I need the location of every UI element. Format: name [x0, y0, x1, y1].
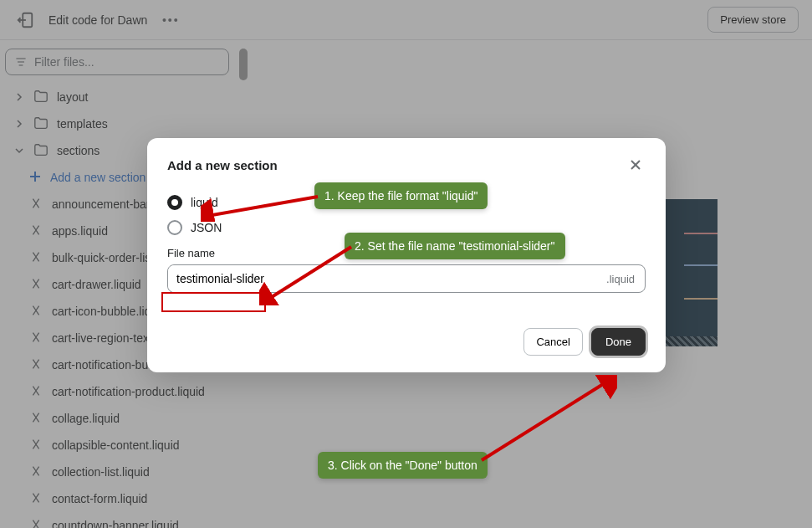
close-icon: [629, 158, 642, 172]
done-button[interactable]: Done: [591, 328, 646, 356]
callout-1: 1. Keep the file format "liquid": [314, 182, 488, 209]
callout-3: 3. Click on the "Done" button: [318, 452, 488, 479]
file-name-input[interactable]: [168, 265, 596, 292]
file-name-input-wrap: .liquid: [167, 264, 646, 293]
file-extension: .liquid: [596, 273, 645, 285]
radio-json-label: JSON: [191, 221, 222, 234]
cancel-button[interactable]: Cancel: [523, 328, 582, 356]
radio-icon: [167, 195, 182, 210]
modal-title: Add a new section: [167, 158, 278, 172]
callout-2: 2. Set the file name "testimonial-slider…: [345, 233, 565, 259]
radio-icon: [167, 220, 182, 235]
close-button[interactable]: [626, 155, 646, 175]
radio-liquid-label: liquid: [191, 196, 218, 209]
